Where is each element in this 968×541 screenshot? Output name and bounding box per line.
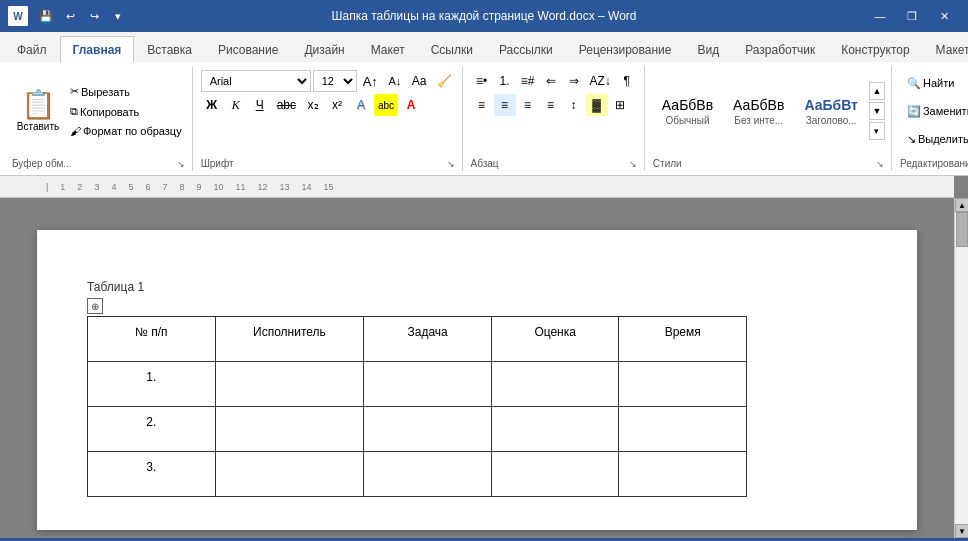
show-marks-btn[interactable]: ¶ xyxy=(616,70,638,92)
cell-2-time[interactable] xyxy=(619,407,747,452)
font-name-select[interactable]: Arial xyxy=(201,70,311,92)
tab-file[interactable]: Файл xyxy=(4,36,60,62)
paste-icon: 📋 xyxy=(21,91,56,119)
underline-button[interactable]: Ч xyxy=(249,94,271,116)
find-button[interactable]: 🔍 Найти xyxy=(900,70,961,96)
numbering-btn[interactable]: 1. xyxy=(494,70,516,92)
minimize-btn[interactable]: — xyxy=(864,5,896,27)
styles-group-label: Стили xyxy=(653,156,682,171)
cell-3-num[interactable]: 3. xyxy=(88,452,216,497)
shrink-font-btn[interactable]: A↓ xyxy=(384,70,406,92)
tab-draw[interactable]: Рисование xyxy=(205,36,291,62)
tab-view[interactable]: Вид xyxy=(684,36,732,62)
line-spacing-btn[interactable]: ↕ xyxy=(563,94,585,116)
save-quick-btn[interactable]: 💾 xyxy=(36,6,56,26)
ruler-mark: 11 xyxy=(236,182,246,192)
ribbon-tabs: Файл Главная Вставка Рисование Дизайн Ма… xyxy=(0,32,968,62)
scroll-up-btn[interactable]: ▲ xyxy=(955,198,968,212)
copy-button[interactable]: ⧉ Копировать xyxy=(66,102,186,121)
copy-icon: ⧉ xyxy=(70,105,78,118)
scroll-track[interactable] xyxy=(955,212,968,524)
doc-scroll-area[interactable]: Таблица 1 ⊕ № п/п Исполнитель Задача Оце… xyxy=(0,198,954,538)
align-center-btn[interactable]: ≡ xyxy=(494,94,516,116)
font-expand-btn[interactable]: ↘ xyxy=(446,158,456,170)
decrease-indent-btn[interactable]: ⇐ xyxy=(540,70,562,92)
replace-label: Заменить xyxy=(923,105,968,117)
sort-btn[interactable]: AZ↓ xyxy=(586,70,615,92)
tab-references[interactable]: Ссылки xyxy=(418,36,486,62)
styles-scroll-up[interactable]: ▲ xyxy=(869,82,885,100)
cell-3-time[interactable] xyxy=(619,452,747,497)
cell-1-executor[interactable] xyxy=(215,362,364,407)
grow-font-btn[interactable]: A↑ xyxy=(359,70,382,92)
align-right-btn[interactable]: ≡ xyxy=(517,94,539,116)
change-case-btn[interactable]: Aa xyxy=(408,70,431,92)
tab-review[interactable]: Рецензирование xyxy=(566,36,685,62)
customize-quick-btn[interactable]: ▾ xyxy=(108,6,128,26)
italic-button[interactable]: К xyxy=(225,94,247,116)
paste-button[interactable]: 📋 Вставить xyxy=(12,82,64,140)
highlight-btn[interactable]: abc xyxy=(374,94,398,116)
style-normal[interactable]: АаБбВв Обычный xyxy=(653,82,722,140)
paragraph-group: ≡• 1. ≡# ⇐ ⇒ AZ↓ ¶ ≡ ≡ ≡ ≡ ↕ ▓ ⊞ xyxy=(465,66,645,171)
close-btn[interactable]: ✕ xyxy=(928,5,960,27)
undo-quick-btn[interactable]: ↩ xyxy=(60,6,80,26)
scroll-thumb[interactable] xyxy=(956,212,968,247)
cell-1-num[interactable]: 1. xyxy=(88,362,216,407)
cell-1-grade[interactable] xyxy=(491,362,619,407)
superscript-button[interactable]: x² xyxy=(326,94,348,116)
clipboard-expand-btn[interactable]: ↘ xyxy=(176,158,186,170)
styles-expand-btn[interactable]: ▾ xyxy=(869,122,885,140)
align-left-btn[interactable]: ≡ xyxy=(471,94,493,116)
ruler-mark: 12 xyxy=(258,182,268,192)
shading-btn[interactable]: ▓ xyxy=(586,94,608,116)
table-move-handle[interactable]: ⊕ xyxy=(87,298,103,314)
multilevel-btn[interactable]: ≡# xyxy=(517,70,539,92)
borders-btn[interactable]: ⊞ xyxy=(609,94,631,116)
cell-3-executor[interactable] xyxy=(215,452,364,497)
cell-3-grade[interactable] xyxy=(491,452,619,497)
styles-scroll-down[interactable]: ▼ xyxy=(869,102,885,120)
justify-btn[interactable]: ≡ xyxy=(540,94,562,116)
font-color-btn[interactable]: A xyxy=(400,94,422,116)
cell-1-task[interactable] xyxy=(364,362,492,407)
tab-developer[interactable]: Разработчик xyxy=(732,36,828,62)
paragraph-expand-btn[interactable]: ↘ xyxy=(628,158,638,170)
style-no-spacing[interactable]: АаБбВв Без инте... xyxy=(724,82,793,140)
format-painter-button[interactable]: 🖌 Формат по образцу xyxy=(66,122,186,140)
clear-format-btn[interactable]: 🧹 xyxy=(433,70,456,92)
replace-button[interactable]: 🔄 Заменить xyxy=(900,98,968,124)
cell-2-num[interactable]: 2. xyxy=(88,407,216,452)
tab-insert[interactable]: Вставка xyxy=(134,36,205,62)
strikethrough-button[interactable]: abc xyxy=(273,94,300,116)
cell-2-task[interactable] xyxy=(364,407,492,452)
tab-design[interactable]: Дизайн xyxy=(291,36,357,62)
bullets-btn[interactable]: ≡• xyxy=(471,70,493,92)
tab-layout[interactable]: Макет xyxy=(358,36,418,62)
table-row: 1. xyxy=(88,362,747,407)
bold-button[interactable]: Ж xyxy=(201,94,223,116)
cell-1-time[interactable] xyxy=(619,362,747,407)
font-size-select[interactable]: 12 xyxy=(313,70,357,92)
cell-2-grade[interactable] xyxy=(491,407,619,452)
cut-button[interactable]: ✂ Вырезать xyxy=(66,82,186,101)
cell-2-executor[interactable] xyxy=(215,407,364,452)
tab-home[interactable]: Главная xyxy=(60,36,135,62)
select-button[interactable]: ↘ Выделить xyxy=(900,126,968,152)
cut-label: Вырезать xyxy=(81,86,130,98)
style-heading1[interactable]: АаБбВт Заголово... xyxy=(795,82,867,140)
redo-quick-btn[interactable]: ↪ xyxy=(84,6,104,26)
scroll-down-btn[interactable]: ▼ xyxy=(955,524,968,538)
ribbon-content: 📋 Вставить ✂ Вырезать ⧉ Копировать 🖌 Фор… xyxy=(0,62,968,175)
tab-mailings[interactable]: Рассылки xyxy=(486,36,566,62)
cell-3-task[interactable] xyxy=(364,452,492,497)
increase-indent-btn[interactable]: ⇒ xyxy=(563,70,585,92)
maximize-btn[interactable]: ❐ xyxy=(896,5,928,27)
tab-constructor[interactable]: Конструктор xyxy=(828,36,922,62)
paste-label: Вставить xyxy=(17,121,59,132)
text-effect-btn[interactable]: A xyxy=(350,94,372,116)
subscript-button[interactable]: x₂ xyxy=(302,94,324,116)
styles-expand-icon[interactable]: ↘ xyxy=(875,158,885,170)
styles-group-content: АаБбВв Обычный АаБбВв Без инте... АаБбВт… xyxy=(653,66,885,156)
tab-layout2[interactable]: Макет xyxy=(923,36,968,62)
